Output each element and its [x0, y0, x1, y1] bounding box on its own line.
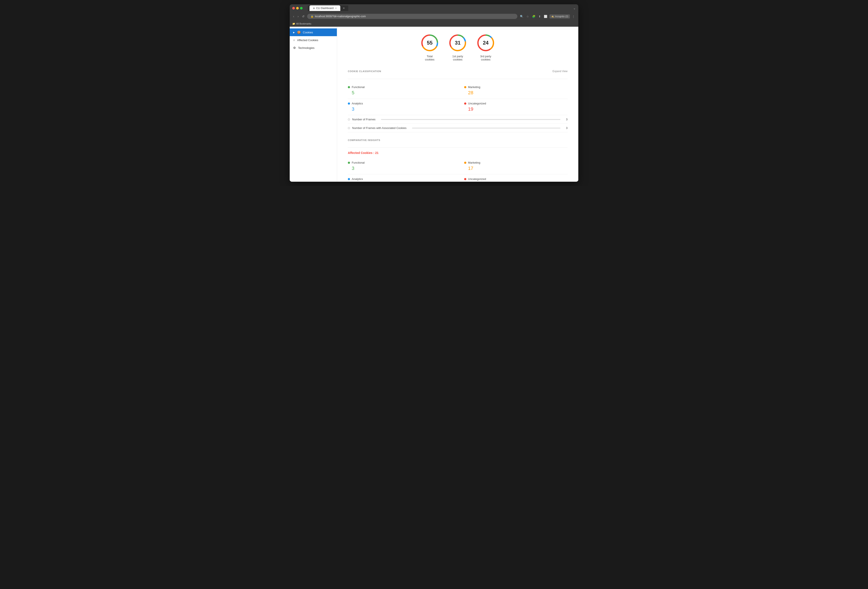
functional-label: Functional	[352, 85, 365, 89]
comp-marketing-value: 17	[468, 166, 568, 171]
sidebar-technologies-label: Technologies	[298, 46, 314, 50]
frames-value-1: 3	[566, 118, 568, 121]
minimize-button[interactable]	[296, 7, 299, 9]
zoom-icon[interactable]: 🔍	[519, 14, 524, 19]
total-cookies-value: 55	[427, 40, 433, 46]
marketing-label-row: Marketing	[464, 85, 568, 89]
stat-third-party: 24 3rd partycookies	[476, 33, 495, 61]
browser-titlebar: ⚙ CLI Dashboard ✕ + ⌄	[290, 4, 578, 12]
sidebar-item-affected-cookies[interactable]: ○ Affected Cookies	[290, 36, 337, 44]
comp-functional-label-row: Functional	[348, 161, 451, 164]
uncategorized-label: Uncategorized	[468, 102, 486, 105]
back-button[interactable]: ‹	[292, 14, 295, 19]
comp-uncategorized-label-row: Uncategorized	[464, 177, 568, 181]
analytics-dot	[348, 103, 350, 105]
stat-first-party: 31 1st partycookies	[448, 33, 467, 61]
frames-row-2: Number of Frames with Associated Cookies…	[348, 124, 568, 133]
comparative-insights-section: COMPARATIVE INSIGHTS Affected Cookies : …	[348, 139, 568, 182]
comp-functional-value: 3	[352, 166, 451, 171]
new-tab-button[interactable]: +	[341, 5, 347, 11]
tab-bar: ⚙ CLI Dashboard ✕ +	[308, 5, 348, 11]
tab-favicon: ⚙	[313, 7, 315, 9]
browser-window: ⚙ CLI Dashboard ✕ + ⌄ ‹ › ↺ 🔒 localhost:…	[290, 4, 578, 182]
functional-dot	[348, 86, 350, 88]
frames-label-1: Number of Frames	[352, 118, 375, 121]
expand-arrow-icon: ▶	[293, 31, 295, 34]
third-party-label: 3rd partycookies	[480, 54, 491, 61]
analytics-label: Analytics	[352, 102, 363, 105]
address-bar[interactable]: 🔒 localhost:9000/?dir=nationalgeographic…	[307, 14, 517, 19]
third-party-value: 24	[483, 40, 489, 46]
frames-row-1: Number of Frames 3	[348, 115, 568, 124]
comp-functional-dot	[348, 162, 350, 164]
sidebar-cookies-label: Cookies	[303, 31, 313, 34]
comp-marketing-label-row: Marketing	[464, 161, 568, 164]
sidebar-item-cookies[interactable]: ▶ 🍪 Cookies	[290, 28, 337, 36]
stat-total-cookies: 55 Totalcookies	[420, 33, 439, 61]
active-tab[interactable]: ⚙ CLI Dashboard ✕	[310, 5, 340, 11]
cookie-classification-section: COOKIE CLASSIFICATION Expand View Functi…	[348, 70, 568, 133]
comp-analytics-label: Analytics	[352, 177, 363, 181]
tab-view-icon[interactable]: ⬜	[543, 14, 548, 19]
close-button[interactable]	[292, 7, 295, 9]
share-icon[interactable]: ⬆	[537, 14, 542, 19]
comparative-grid: Functional 3 Marketing 17	[348, 158, 568, 182]
url-display: localhost:9000/?dir=nationalgeographic-c…	[315, 15, 366, 18]
comparative-title: COMPARATIVE INSIGHTS	[348, 139, 380, 141]
bookmark-star-icon[interactable]: ☆	[526, 14, 530, 19]
browser-toolbar: ‹ › ↺ 🔒 localhost:9000/?dir=nationalgeog…	[290, 12, 578, 21]
main-content: 55 Totalcookies 31	[337, 27, 578, 182]
sidebar-affected-label: Affected Cookies	[297, 38, 318, 42]
donut-first-party: 31	[448, 33, 467, 53]
classification-grid: Functional 5 Marketing 28	[348, 82, 568, 115]
uncategorized-label-row: Uncategorized	[464, 102, 568, 105]
tab-close-button[interactable]: ✕	[335, 7, 337, 10]
analytics-value: 3	[352, 106, 451, 112]
uncategorized-dot	[464, 103, 466, 105]
frames-dot-1	[348, 118, 350, 121]
classification-functional: Functional 5	[348, 82, 458, 99]
menu-icon[interactable]: ⋮	[571, 14, 576, 19]
tab-title: CLI Dashboard	[316, 7, 334, 10]
frames-bar-1	[381, 119, 560, 120]
technologies-icon: ⚙	[293, 46, 296, 50]
marketing-value: 28	[468, 90, 568, 96]
affected-cookies-icon: ○	[293, 38, 295, 42]
functional-value: 5	[352, 90, 451, 96]
first-party-value: 31	[455, 40, 461, 46]
comp-functional-label: Functional	[352, 161, 365, 164]
comp-functional: Functional 3	[348, 158, 458, 174]
comp-analytics: Analytics 0	[348, 174, 458, 182]
comp-uncategorized: Uncategorized 1	[458, 174, 568, 182]
sidebar: ▶ 🍪 Cookies ○ Affected Cookies ⚙ Technol…	[290, 27, 337, 182]
bookmarks-folder-icon: 📁	[292, 22, 295, 25]
donut-total: 55	[420, 33, 439, 53]
traffic-lights	[292, 7, 303, 9]
analytics-label-row: Analytics	[348, 102, 451, 105]
bookmarks-bar: 📁 All Bookmarks	[290, 21, 578, 27]
classification-title: COOKIE CLASSIFICATION	[348, 70, 381, 72]
expand-view-button[interactable]: Expand View	[552, 70, 568, 73]
classification-header: COOKIE CLASSIFICATION Expand View	[348, 70, 568, 75]
extension-icon[interactable]: 🧩	[531, 14, 536, 19]
frames-dot-2	[348, 127, 350, 129]
comparative-divider	[348, 147, 568, 148]
refresh-button[interactable]: ↺	[301, 14, 306, 19]
classification-marketing: Marketing 28	[458, 82, 568, 99]
classification-divider	[348, 79, 568, 79]
first-party-label: 1st partycookies	[452, 54, 463, 61]
sidebar-item-technologies[interactable]: ⚙ Technologies	[290, 44, 337, 52]
maximize-button[interactable]	[300, 7, 303, 9]
comp-marketing-dot	[464, 162, 466, 164]
donut-third-party: 24	[476, 33, 495, 53]
window-controls[interactable]: ⌄	[573, 6, 576, 10]
uncategorized-value: 19	[468, 106, 568, 112]
stats-row: 55 Totalcookies 31	[348, 33, 568, 61]
comp-analytics-label-row: Analytics	[348, 177, 451, 181]
frames-label-2: Number of Frames with Associated Cookies	[352, 127, 406, 130]
forward-button[interactable]: ›	[297, 14, 300, 19]
frames-bar-2	[412, 128, 561, 128]
marketing-label: Marketing	[468, 85, 480, 89]
comparative-header: COMPARATIVE INSIGHTS	[348, 139, 568, 143]
incognito-badge: 🕵 Incognito (2)	[549, 15, 570, 19]
